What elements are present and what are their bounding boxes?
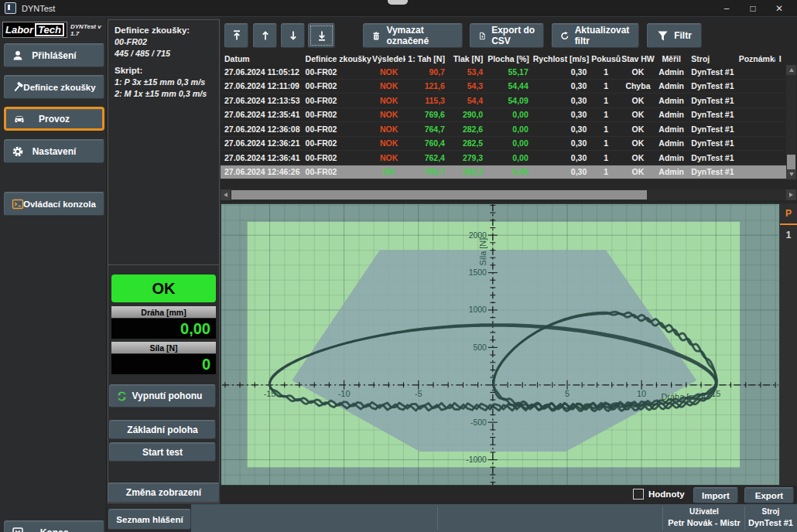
user-icon <box>12 49 24 62</box>
scrollbar-down-button[interactable] <box>786 169 796 179</box>
clear-selected-label: Vymazat označené <box>386 25 454 46</box>
report-list-button[interactable]: Seznam hlášení <box>108 509 191 530</box>
table-cell: 90,7 <box>405 67 450 77</box>
svg-text:-10: -10 <box>338 389 351 398</box>
logo-text-2: Tech <box>35 23 64 36</box>
table-cell: OK <box>372 167 405 176</box>
sidebar: Labor Tech DYNTest v 1.7 Přihlášení Defi… <box>0 17 107 532</box>
definition-title: Definice zkoušky: <box>115 25 213 36</box>
table-cell: 00-FR02 <box>302 124 372 134</box>
column-header[interactable]: Rychlost [m/s] <box>533 54 592 65</box>
scroll-last-button[interactable] <box>308 23 335 48</box>
import-button[interactable]: Import <box>693 487 738 503</box>
scrollbar-up-button[interactable] <box>786 65 796 75</box>
machine-label: Stroj <box>746 506 795 517</box>
terminal-icon <box>12 198 24 210</box>
statusbar-divider <box>662 506 663 530</box>
arrow-down-icon <box>287 29 299 42</box>
table-row[interactable]: 27.06.2024 12:36:2100-FR02NOK760,4282,50… <box>221 137 786 152</box>
scrollbar-left-button[interactable] <box>221 189 231 200</box>
scrollbar-thumb[interactable] <box>787 155 795 169</box>
table-row[interactable]: 27.06.2024 12:36:4100-FR02NOK762,4279,30… <box>221 151 786 165</box>
vertical-scrollbar[interactable] <box>786 65 796 179</box>
console-button[interactable]: Ovládací konzola <box>4 192 104 216</box>
filter-button[interactable]: Filtr <box>647 23 702 48</box>
table-cell: 0,00 <box>487 124 533 134</box>
table-row[interactable]: 27.06.2024 12:13:5300-FR02NOK115,354,454… <box>221 94 786 108</box>
column-header[interactable]: Stav HW <box>621 54 655 65</box>
console-button-label: Ovládací konzola <box>23 200 96 209</box>
table-cell: 765,7 <box>405 167 450 176</box>
export-csv-button[interactable]: Export do CSV <box>470 23 544 48</box>
table-row[interactable]: 27.06.2024 12:46:2600-FR02OK765,7282,30,… <box>221 165 786 180</box>
values-checkbox[interactable] <box>633 489 644 500</box>
table-cell: 764,7 <box>405 124 450 134</box>
trash-icon <box>371 30 381 42</box>
chart-canvas: -15-10-551015200015001000500-500-1000Síl… <box>221 204 779 485</box>
car-icon <box>13 113 26 125</box>
table-row[interactable]: 27.06.2024 12:35:4100-FR02NOK769,6290,00… <box>221 108 786 123</box>
tab-p[interactable]: P <box>780 208 797 219</box>
column-header[interactable]: Plocha [%] <box>487 54 533 65</box>
user-block: Uživatel Petr Novák - Mistr <box>665 506 743 528</box>
close-box-icon <box>12 527 24 532</box>
table-header: DatumDefinice zkouškyVýsledek1: Tah [N]T… <box>221 51 786 65</box>
table-cell: 1 <box>591 110 621 119</box>
sidebar-item-nastaveni[interactable]: Nastavení <box>4 139 104 163</box>
minimize-button[interactable]: – <box>713 0 740 16</box>
statusbar-divider <box>744 506 745 530</box>
column-header[interactable]: I <box>775 54 786 65</box>
table-cell: 27.06.2024 12:36:08 <box>221 124 302 134</box>
sidebar-item-label: Provoz <box>39 114 70 124</box>
scroll-first-button[interactable] <box>224 23 248 48</box>
machine-block: Stroj DynTest #1 <box>746 506 795 528</box>
exit-button[interactable]: Konec <box>4 520 104 532</box>
table-cell: 00-FR02 <box>302 110 372 119</box>
column-header[interactable]: 1: Tah [N] <box>405 54 450 65</box>
sidebar-item-provoz[interactable]: Provoz <box>4 107 104 131</box>
export-button[interactable]: Export <box>744 487 794 503</box>
start-test-button[interactable]: Start test <box>109 442 216 462</box>
table-cell: 27.06.2024 12:13:53 <box>221 96 302 105</box>
scrollbar-thumb[interactable] <box>231 190 647 200</box>
labortech-logo: Labor Tech DYNTest v 1.7 <box>2 20 104 39</box>
column-header[interactable]: Definice zkoušky <box>302 54 372 65</box>
table-cell: Admin <box>655 167 687 176</box>
clear-selected-button[interactable]: Vymazat označené <box>363 23 463 48</box>
column-header[interactable]: Výsledek <box>372 54 405 65</box>
app-version: DYNTest v 1.7 <box>70 23 104 37</box>
column-header[interactable]: Měřil <box>655 54 687 65</box>
base-position-button[interactable]: Základní poloha <box>109 420 216 439</box>
table-cell: 27.06.2024 12:36:41 <box>221 153 302 162</box>
column-header[interactable]: Tlak [N] <box>450 54 487 65</box>
table-cell: 290,0 <box>450 110 487 119</box>
table-cell: 760,4 <box>405 138 450 148</box>
drive-off-button[interactable]: Vypnutí pohonu <box>109 384 216 408</box>
column-header[interactable]: Datum <box>221 54 302 65</box>
scroll-down-button[interactable] <box>281 23 305 48</box>
table-cell: 1 <box>591 81 621 90</box>
values-checkbox-group[interactable]: Hodnoty <box>633 489 685 500</box>
stroke-readout-value: 0,00 <box>111 319 216 339</box>
sidebar-item-definice-zkousky[interactable]: Definice zkoušky <box>4 75 104 99</box>
column-header[interactable]: Poznámka <box>735 54 775 65</box>
close-button[interactable]: ✕ <box>766 0 792 16</box>
maximize-button[interactable]: □ <box>740 0 766 16</box>
arrow-up-icon <box>259 29 272 42</box>
refresh-filter-button[interactable]: Aktualizovat filtr <box>552 23 639 48</box>
table-cell: OK <box>621 110 655 119</box>
scroll-up-button[interactable] <box>253 23 277 48</box>
column-header[interactable]: Pokusů <box>591 54 621 65</box>
table-row[interactable]: 27.06.2024 12:36:0800-FR02NOK764,7282,60… <box>221 122 786 137</box>
sidebar-item-prihlaseni[interactable]: Přihlášení <box>4 43 104 67</box>
horizontal-scrollbar[interactable] <box>221 189 796 200</box>
table-cell: 1 <box>591 153 621 162</box>
table-row[interactable]: 27.06.2024 12:11:0900-FR02NOK121,654,354… <box>221 80 786 94</box>
scrollbar-right-button[interactable] <box>786 189 796 200</box>
table-row[interactable]: 27.06.2024 11:05:1200-FR02NOK90,753,455,… <box>221 65 786 80</box>
table-cell: 27.06.2024 12:35:41 <box>221 110 302 119</box>
change-view-button[interactable]: Změna zobrazení <box>108 483 220 503</box>
svg-text:Síla [N]: Síla [N] <box>478 238 487 266</box>
table-cell: 0,30 <box>533 153 592 162</box>
column-header[interactable]: Stroj <box>687 54 734 65</box>
